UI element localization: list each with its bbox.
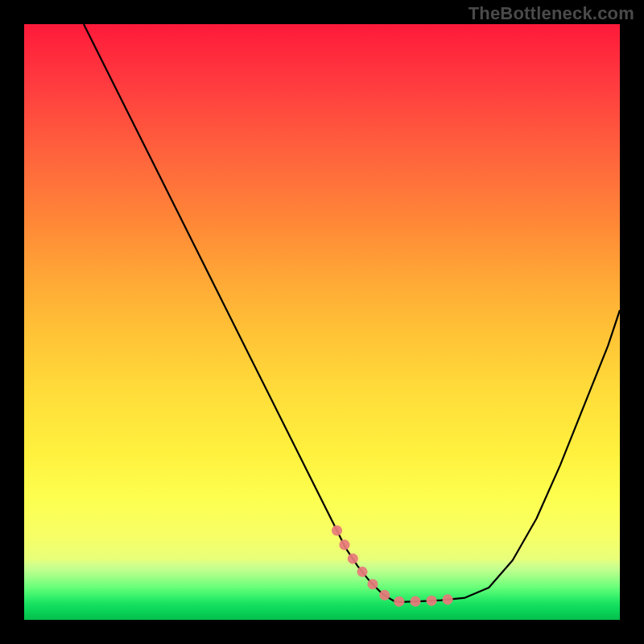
curve-svg — [24, 24, 620, 620]
bottleneck-curve — [84, 24, 620, 602]
chart-frame: TheBottleneck.com — [0, 0, 644, 644]
marker-band — [337, 530, 456, 601]
watermark-text: TheBottleneck.com — [469, 3, 634, 24]
plot-area — [24, 24, 620, 620]
